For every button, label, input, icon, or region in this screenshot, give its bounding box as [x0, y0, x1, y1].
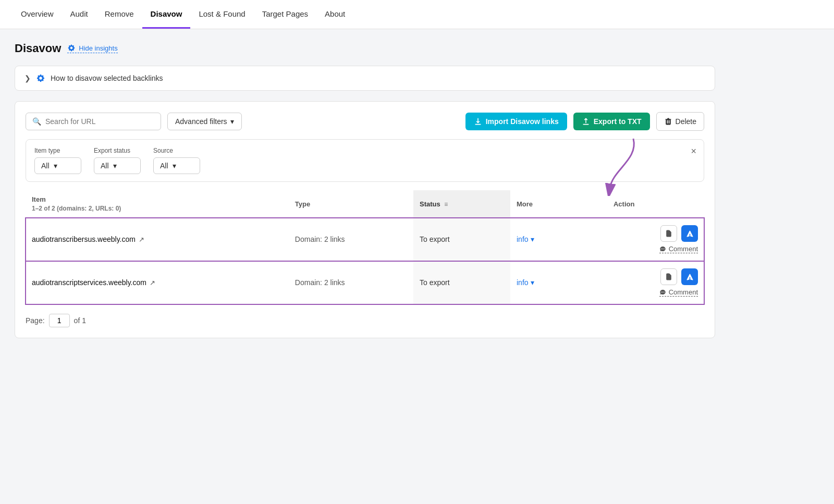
- page-label: Page:: [26, 316, 45, 325]
- nav-item-remove[interactable]: Remove: [96, 0, 142, 29]
- document-icon: [665, 273, 673, 281]
- info-panel-text: How to disavow selected backlinks: [51, 74, 163, 82]
- gear-icon: [67, 44, 76, 52]
- action-column-header: Action: [607, 190, 704, 218]
- gear-icon-panel: [36, 73, 45, 83]
- document-icon: [665, 229, 673, 238]
- export-button-container: Export to TXT: [573, 113, 650, 130]
- domain-name-2: audiotranscriptservices.weebly.com: [32, 278, 146, 287]
- info-label-1: info: [517, 235, 529, 243]
- item-type-filter: Item type All ▾: [34, 147, 81, 174]
- chevron-down-icon: ▾: [113, 162, 117, 170]
- info-dropdown-1[interactable]: info ▾: [517, 235, 601, 243]
- more-cell-2: info ▾: [510, 261, 607, 304]
- item-type-value: All: [41, 162, 50, 170]
- search-input[interactable]: [45, 117, 154, 126]
- domain-type-2: Domain: 2 links: [295, 278, 345, 287]
- nav-item-lost-found[interactable]: Lost & Found: [190, 0, 253, 29]
- nav-item-target-pages[interactable]: Target Pages: [254, 0, 316, 29]
- toolbar: 🔍 Advanced filters ▾ Import Disavow link…: [26, 112, 704, 131]
- domain-type-1: Domain: 2 links: [295, 235, 345, 243]
- info-dropdown-2[interactable]: info ▾: [517, 278, 601, 287]
- action-buttons-1: Comment: [614, 225, 698, 253]
- nav-item-overview[interactable]: Overview: [13, 0, 62, 29]
- hide-insights-label: Hide insights: [79, 44, 117, 52]
- comment-label-1: Comment: [669, 245, 698, 253]
- status-text-1: To export: [420, 235, 450, 243]
- pagination-row: Page: of 1: [26, 314, 704, 327]
- source-filter: Source All ▾: [153, 147, 200, 174]
- item-cell-1: audiotranscribersus.weebly.com ↗: [26, 218, 289, 261]
- nav-item-about[interactable]: About: [316, 0, 353, 29]
- table-wrapper: Item 1–2 of 2 (domains: 2, URLs: 0) Type…: [26, 190, 704, 304]
- source-value: All: [160, 162, 168, 170]
- chevron-down-icon: ▾: [173, 162, 176, 170]
- send-action-button-1[interactable]: [681, 225, 698, 242]
- delete-btn-label: Delete: [676, 117, 696, 126]
- status-cell-2: To export: [413, 261, 510, 304]
- of-label: of 1: [74, 316, 86, 325]
- item-type-label: Item type: [34, 147, 81, 154]
- filters-row: Item type All ▾ Export status All ▾ Sour…: [26, 139, 704, 182]
- action-icons-row-1: [660, 225, 698, 242]
- status-text-2: To export: [420, 278, 450, 287]
- send-icon: [686, 230, 694, 238]
- delete-icon: [664, 117, 672, 126]
- page-content: Disavow Hide insights ❯ How to disavow s…: [0, 29, 730, 351]
- advanced-filters-button[interactable]: Advanced filters ▾: [167, 113, 242, 130]
- table-row: audiotranscriptservices.weebly.com ↗ Dom…: [26, 261, 704, 304]
- domain-name-1: audiotranscribersus.weebly.com: [32, 235, 136, 243]
- export-status-select[interactable]: All ▾: [94, 157, 141, 174]
- import-disavow-button[interactable]: Import Disavow links: [465, 113, 567, 130]
- export-status-value: All: [101, 162, 109, 170]
- item-column-header: Item 1–2 of 2 (domains: 2, URLs: 0): [26, 190, 289, 218]
- advanced-filters-label: Advanced filters: [175, 117, 227, 126]
- item-header-label: Item: [32, 195, 283, 203]
- main-card: 🔍 Advanced filters ▾ Import Disavow link…: [15, 101, 715, 338]
- comment-label-2: Comment: [669, 288, 698, 296]
- doc-action-button-2[interactable]: [660, 268, 677, 285]
- action-cell-1: Comment: [607, 218, 704, 261]
- doc-action-button-1[interactable]: [660, 225, 677, 242]
- export-status-label: Export status: [94, 147, 141, 154]
- nav-item-disavow[interactable]: Disavow: [142, 0, 191, 29]
- search-box[interactable]: 🔍: [26, 113, 161, 130]
- type-column-header: Type: [289, 190, 413, 218]
- export-icon: [582, 117, 590, 126]
- chevron-down-icon: ▾: [54, 162, 57, 170]
- close-filters-button[interactable]: ×: [691, 146, 696, 157]
- action-buttons-2: Comment: [614, 268, 698, 297]
- source-label: Source: [153, 147, 200, 154]
- top-nav: Overview Audit Remove Disavow Lost & Fou…: [0, 0, 834, 29]
- more-cell-1: info ▾: [510, 218, 607, 261]
- action-icons-row-2: [660, 268, 698, 285]
- source-select[interactable]: All ▾: [153, 157, 200, 174]
- type-cell-2: Domain: 2 links: [289, 261, 413, 304]
- domain-link-2[interactable]: audiotranscriptservices.weebly.com ↗: [32, 278, 283, 287]
- item-type-select[interactable]: All ▾: [34, 157, 81, 174]
- export-to-txt-button[interactable]: Export to TXT: [573, 113, 650, 130]
- status-cell-1: To export: [413, 218, 510, 261]
- nav-item-audit[interactable]: Audit: [62, 0, 96, 29]
- domain-link-1[interactable]: audiotranscribersus.weebly.com ↗: [32, 235, 283, 243]
- status-column-header: Status ≡: [413, 190, 510, 218]
- hide-insights-button[interactable]: Hide insights: [67, 44, 117, 53]
- comment-icon: [659, 289, 666, 296]
- page-header: Disavow Hide insights: [15, 42, 715, 55]
- item-cell-2: audiotranscriptservices.weebly.com ↗: [26, 261, 289, 304]
- comment-button-2[interactable]: Comment: [659, 288, 698, 297]
- item-count: 1–2 of 2 (domains: 2, URLs: 0): [32, 205, 283, 212]
- info-panel[interactable]: ❯ How to disavow selected backlinks: [15, 66, 715, 91]
- more-column-header: More: [510, 190, 607, 218]
- import-icon: [474, 117, 482, 126]
- chevron-down-icon: ▾: [230, 117, 234, 126]
- sort-icon[interactable]: ≡: [444, 201, 448, 208]
- delete-button[interactable]: Delete: [656, 112, 704, 131]
- page-input[interactable]: [49, 314, 70, 327]
- import-btn-label: Import Disavow links: [486, 117, 559, 126]
- chevron-right-icon: ❯: [24, 74, 31, 82]
- comment-button-1[interactable]: Comment: [659, 245, 698, 253]
- data-table: Item 1–2 of 2 (domains: 2, URLs: 0) Type…: [26, 190, 704, 304]
- send-action-button-2[interactable]: [681, 268, 698, 285]
- info-chevron-icon: ▾: [531, 235, 534, 243]
